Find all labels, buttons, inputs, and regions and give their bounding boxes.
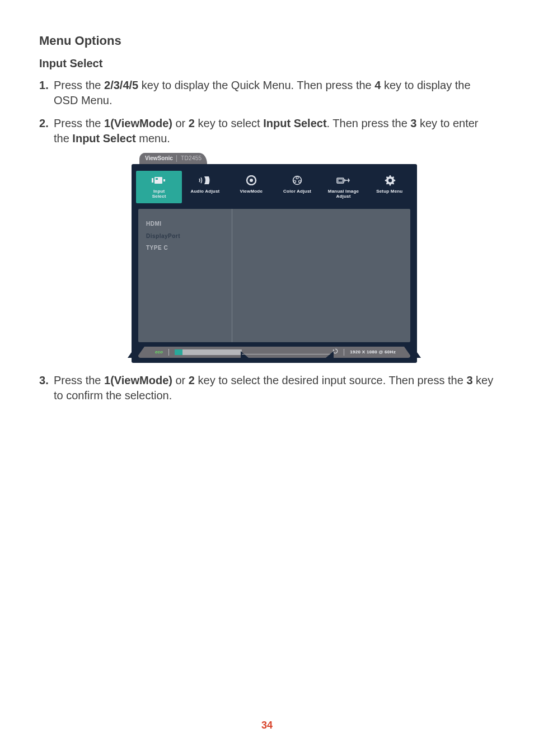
osd-brand-tab: ViewSonic │ TD2455 (139, 153, 207, 164)
option-typec[interactable]: TYPE C (146, 244, 224, 252)
tab-setup-menu[interactable]: Setup Menu (367, 171, 413, 203)
key-ref: 3 (410, 117, 416, 129)
tab-label: ViewMode (229, 189, 273, 194)
resolution-label: 1920 X 1080 @ 60Hz (350, 349, 396, 356)
progress-fill (175, 349, 182, 355)
svg-rect-1 (154, 177, 162, 184)
setup-menu-icon (368, 174, 411, 186)
manual-image-icon (321, 174, 365, 186)
svg-point-12 (388, 179, 392, 182)
svg-point-8 (294, 180, 296, 183)
text: key to select the desired input source. … (195, 374, 466, 386)
tab-label: Manual Image Adjust (321, 189, 365, 199)
option-hdmi[interactable]: HDMI (146, 220, 224, 228)
osd-status-bar: eco 1920 X 1080 @ 60Hz (138, 347, 410, 358)
menu-name: Input Select (72, 132, 135, 144)
eco-label: eco (155, 349, 163, 356)
status-gap (242, 347, 333, 358)
step-1: Press the 2/3/4/5 key to display the Qui… (39, 78, 495, 108)
text: key to display the Quick Menu. Then pres… (138, 79, 374, 91)
text: Press the (54, 79, 104, 91)
option-displayport[interactable]: DisplayPort (146, 232, 224, 240)
progress-bar (175, 349, 242, 355)
text: . Then press the (327, 117, 411, 129)
tab-label: Audio Adjust (183, 189, 227, 194)
svg-point-9 (299, 180, 301, 183)
viewmode-icon (229, 174, 273, 186)
text: menu. (136, 132, 170, 144)
divider (168, 349, 169, 356)
text: or (172, 117, 189, 129)
audio-adjust-icon (183, 174, 227, 186)
input-select-icon (137, 174, 181, 186)
tab-manual-image-adjust[interactable]: Manual Image Adjust (320, 171, 366, 203)
osd-body: Input Select Audio Adjust (132, 164, 417, 363)
svg-point-7 (296, 177, 298, 179)
key-ref: 3 (466, 374, 472, 386)
osd-top-tab: ViewSonic │ TD2455 (132, 151, 417, 164)
tab-viewmode[interactable]: ViewMode (228, 171, 274, 203)
key-ref: 2 (189, 374, 195, 386)
step-3: Press the 1(ViewMode) or 2 key to select… (39, 373, 495, 403)
svg-point-5 (250, 179, 253, 182)
osd-tab-row: Input Select Audio Adjust (132, 164, 417, 207)
separator: │ (175, 155, 179, 162)
tab-color-adjust[interactable]: Color Adjust (274, 171, 320, 203)
osd-submenu-panel: HDMI DisplayPort TYPE C (138, 209, 410, 342)
osd-input-options: HDMI DisplayPort TYPE C (138, 209, 232, 342)
tab-input-select[interactable]: Input Select (136, 171, 182, 203)
page-number: 34 (0, 720, 534, 731)
text: key to select (195, 117, 263, 129)
tab-label: Setup Menu (368, 189, 411, 194)
menu-name: Input Select (263, 117, 326, 129)
model-label: TD2455 (181, 155, 202, 162)
svg-rect-2 (156, 178, 158, 180)
key-ref: 2 (189, 117, 195, 129)
step-2: Press the 1(ViewMode) or 2 key to select… (39, 116, 495, 363)
heading-menu-options: Menu Options (39, 34, 495, 48)
svg-rect-11 (338, 179, 343, 182)
key-ref: 4 (374, 79, 381, 91)
text: or (172, 374, 189, 386)
tab-label: Input Select (137, 189, 181, 199)
key-ref: 1(ViewMode) (104, 117, 172, 129)
text: Press the (54, 374, 104, 386)
svg-rect-3 (163, 179, 165, 181)
tab-label: Color Adjust (275, 189, 319, 194)
brand-label: ViewSonic (145, 155, 173, 162)
steps-list: Press the 2/3/4/5 key to display the Qui… (39, 78, 495, 403)
text: Press the (54, 117, 104, 129)
color-adjust-icon (275, 174, 319, 186)
key-ref: 1(ViewMode) (104, 374, 172, 386)
key-ref: 2/3/4/5 (104, 79, 138, 91)
tab-audio-adjust[interactable]: Audio Adjust (182, 171, 228, 203)
osd-screenshot: ViewSonic │ TD2455 Input Select (132, 151, 417, 363)
heading-input-select: Input Select (39, 57, 495, 70)
divider (344, 349, 344, 356)
svg-rect-0 (152, 178, 153, 183)
